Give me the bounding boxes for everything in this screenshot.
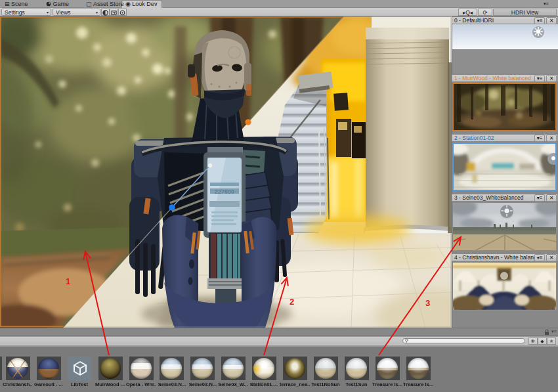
svg-text:227900: 227900 [215,188,234,195]
